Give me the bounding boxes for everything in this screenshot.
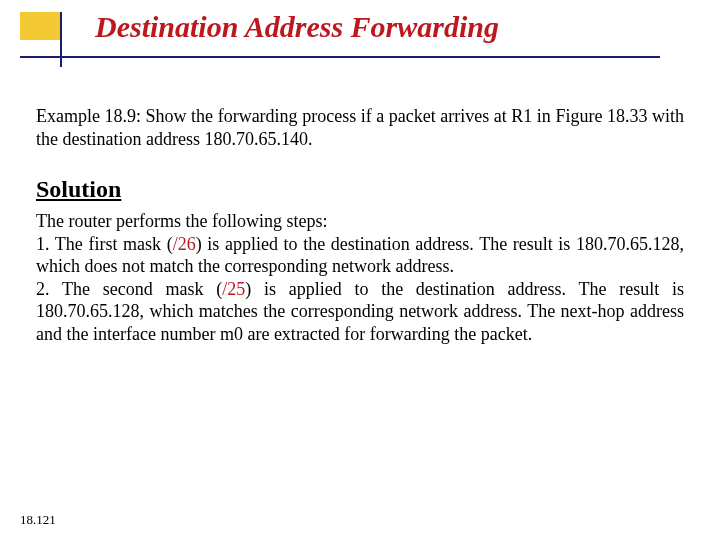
step1-prefix: 1. The first mask ( — [36, 234, 173, 254]
content-area: Example 18.9: Show the forwarding proces… — [36, 105, 684, 345]
title-underline — [20, 56, 660, 58]
slide: Destination Address Forwarding Example 1… — [0, 0, 720, 540]
example-text: Example 18.9: Show the forwarding proces… — [36, 105, 684, 150]
mask-25: /25 — [222, 279, 245, 299]
solution-steps: The router performs the following steps:… — [36, 210, 684, 345]
title-decoration — [20, 12, 80, 67]
title-vertical-line — [60, 12, 62, 67]
step2-prefix: 2. The second mask ( — [36, 279, 222, 299]
steps-intro: The router performs the following steps: — [36, 211, 327, 231]
mask-26: /26 — [173, 234, 196, 254]
solution-heading: Solution — [36, 174, 684, 204]
page-title: Destination Address Forwarding — [95, 10, 499, 44]
page-number: 18.121 — [20, 512, 56, 528]
title-accent-box — [20, 12, 60, 40]
